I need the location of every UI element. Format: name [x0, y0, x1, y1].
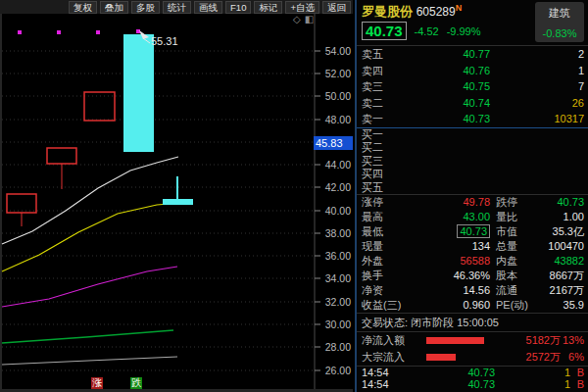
stat-row: 最低40.73市值35.3亿 — [357, 224, 588, 239]
axis-price-tag: 45.83 — [314, 136, 353, 150]
axis-ticks — [315, 51, 320, 370]
quote-panel: 罗曼股份 605289N 40.73 -4.52 -9.99% 建筑 -0.83… — [355, 0, 588, 392]
buy-row-1[interactable]: 买一 — [357, 128, 588, 141]
sell-row-3[interactable]: 卖三40.757 — [357, 78, 588, 95]
stat-row: 外盘56588内盘43882 — [357, 254, 588, 269]
toolbar-button-multistock[interactable]: 多股 — [131, 1, 160, 14]
block-inflow-row: 大宗流入 2572万 6% — [357, 349, 588, 366]
legend-up-toggle[interactable]: 涨 — [91, 377, 103, 389]
last-price: 40.73 — [362, 22, 407, 40]
sector-badge[interactable]: 建筑 -0.83% — [535, 2, 584, 42]
stat-row: 净资14.56流通2167万 — [357, 283, 588, 298]
candles — [7, 34, 193, 226]
buy-row-3[interactable]: 买三 — [357, 155, 588, 168]
svg-text:36.00: 36.00 — [325, 250, 351, 262]
svg-text:48.00: 48.00 — [325, 114, 351, 125]
stat-row: 收益(三)0.960PE(动)35.9 — [357, 298, 588, 313]
svg-text:52.00: 52.00 — [325, 68, 351, 79]
trade-status: 交易状态: 闭市阶段 15:00:05 — [357, 314, 588, 331]
limit-up-marks — [18, 29, 140, 34]
tick-list[interactable]: 14:5440.731B 14:5440.731B — [357, 367, 588, 391]
buy-row-5[interactable]: 买五 — [357, 181, 588, 194]
stat-row: 最高43.00量比1.00 — [357, 210, 588, 224]
sell-row-4[interactable]: 卖四40.761 — [357, 63, 588, 79]
toolbar-button-drawline[interactable]: 画线 — [194, 1, 222, 14]
svg-text:30.00: 30.00 — [325, 318, 351, 330]
stat-row: 现量134总量100470 — [357, 239, 588, 254]
ma-line-gray — [2, 357, 177, 365]
toolbar-button-add-watchlist[interactable]: +自选 — [285, 1, 319, 14]
toolbar-button-f10[interactable]: F10 — [225, 1, 251, 14]
svg-text:32.00: 32.00 — [325, 296, 351, 308]
price-row: 40.73 -4.52 -9.99% — [362, 22, 480, 40]
toolbar-button-stats[interactable]: 统计 — [163, 1, 191, 14]
indicator-legend: 涨 跌 — [91, 377, 142, 389]
block-inflow-bar — [426, 354, 456, 361]
buy-row-2[interactable]: 买二 — [357, 141, 588, 154]
toolbar-button-back[interactable]: 返回 — [322, 1, 351, 14]
sell-queue: 卖五40.772 卖四40.761 卖三40.757 卖二40.7426 卖一4… — [357, 46, 588, 127]
svg-text:42.00: 42.00 — [325, 181, 351, 193]
toolbar-button-overlay[interactable]: 叠加 — [100, 1, 128, 14]
tick-row: 14:5440.731B — [357, 378, 588, 391]
price-change-pct: -9.99% — [447, 25, 481, 37]
net-inflow-bar — [426, 337, 484, 344]
stock-code: 605289 — [416, 5, 456, 19]
ma-line-magenta — [2, 267, 177, 307]
tick-row: 14:5440.731B — [357, 367, 588, 379]
top-toolbar: 复权 叠加 多股 统计 画线 F10 标记 +自选 返回 — [0, 0, 353, 14]
stat-row: 涨停49.78跌停40.73 — [357, 195, 588, 210]
svg-text:38.00: 38.00 — [325, 227, 351, 239]
svg-text:50.00: 50.00 — [325, 90, 351, 102]
svg-text:44.00: 44.00 — [325, 159, 351, 171]
svg-text:40.00: 40.00 — [325, 205, 351, 217]
stock-trading-app: 复权 叠加 多股 统计 画线 F10 标记 +自选 返回 ◇◧ — [0, 0, 588, 392]
svg-text:26.00: 26.00 — [325, 365, 351, 376]
svg-text:34.00: 34.00 — [325, 272, 351, 284]
buy-row-4[interactable]: 买四 — [357, 168, 588, 180]
sell-row-2[interactable]: 卖二40.7426 — [357, 95, 588, 112]
toolbar-button-mark[interactable]: 标记 — [254, 1, 282, 14]
toolbar-button-restoration[interactable]: 复权 — [69, 1, 97, 14]
y-axis-labels: 54.00 52.00 50.00 48.00 44.00 42.00 40.0… — [325, 45, 351, 376]
cursor-price-label: 55.31 — [151, 35, 178, 47]
buy-queue: 买一 买二 买三 买四 买五 — [357, 128, 588, 194]
money-flow: 净流入额 5182万 13% 大宗流入 2572万 6% — [357, 332, 588, 366]
price-change: -4.52 — [415, 25, 439, 37]
svg-text:28.00: 28.00 — [325, 341, 351, 353]
sector-change: -0.83% — [543, 27, 577, 39]
svg-text:54.00: 54.00 — [325, 45, 351, 57]
stat-row: 换手46.36%股本8667万 — [357, 269, 588, 283]
stock-name: 罗曼股份 605289N — [362, 3, 462, 21]
legend-down-toggle[interactable]: 跌 — [130, 377, 142, 389]
stock-header: 罗曼股份 605289N 40.73 -4.52 -9.99% 建筑 -0.83… — [357, 0, 588, 46]
new-stock-flag: N — [456, 3, 463, 13]
ma-line-white — [2, 157, 178, 244]
gridlines — [2, 51, 315, 370]
svg-text:45.83: 45.83 — [316, 137, 343, 149]
net-inflow-row: 净流入额 5182万 13% — [357, 332, 588, 349]
candlestick-chart[interactable]: 54.00 52.00 50.00 48.00 44.00 42.00 40.0… — [0, 14, 353, 389]
sector-name: 建筑 — [549, 6, 570, 21]
sell-row-5[interactable]: 卖五40.772 — [357, 46, 588, 63]
stock-name-text: 罗曼股份 — [362, 4, 413, 19]
stats-grid: 涨停49.78跌停40.73 最高43.00量比1.00 最低40.73市值35… — [357, 195, 588, 313]
sell-row-1[interactable]: 卖一40.7310317 — [357, 111, 588, 127]
ma-line-green — [2, 330, 173, 343]
